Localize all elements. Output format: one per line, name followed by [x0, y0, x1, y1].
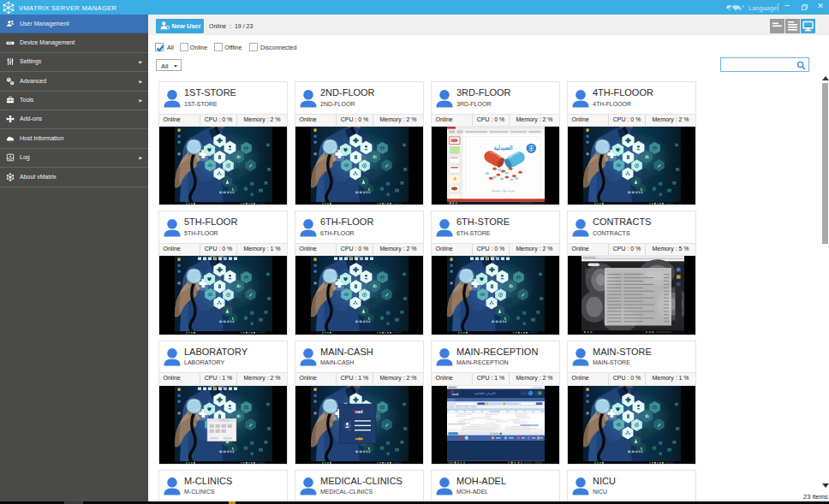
svg-text:الصيدلية: الصيدلية: [494, 145, 513, 151]
svg-text:Usr: Usr: [348, 424, 351, 427]
svg-text:الأسنان العالمية: الأسنان العالمية: [474, 390, 496, 394]
svg-text:Pw: Pw: [349, 429, 352, 431]
svg-text:ead: ead: [355, 409, 362, 414]
svg-text:شركة نهاد محفوظ: شركة نهاد محفوظ: [492, 189, 515, 193]
